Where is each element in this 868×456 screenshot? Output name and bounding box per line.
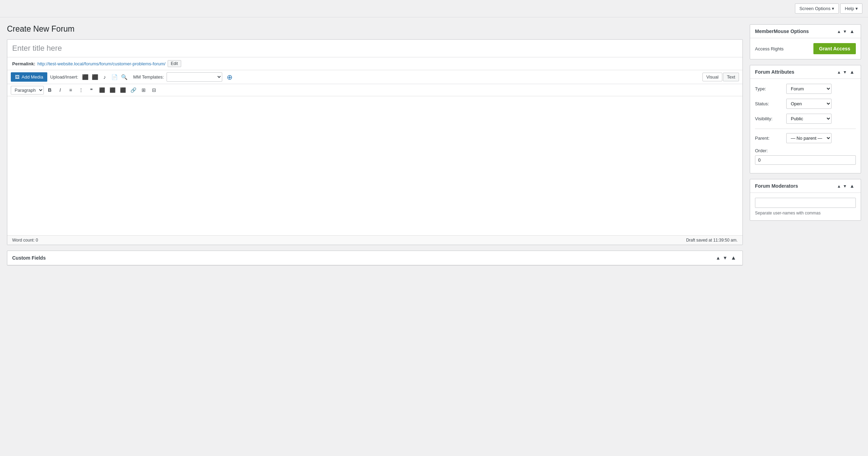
help-label: Help — [845, 6, 854, 11]
membermouse-options-box: MemberMouse Options ▴ ▾ ▲ Access Rights … — [750, 24, 861, 59]
custom-fields-close-button[interactable]: ▲ — [729, 254, 738, 261]
search-upload-icon[interactable]: 🔍 — [120, 73, 128, 81]
forum-attributes-controls: ▴ ▾ ▲ — [836, 69, 856, 75]
image-upload-icon[interactable]: ⬛ — [81, 73, 89, 81]
help-button[interactable]: Help ▾ — [840, 3, 862, 14]
forum-mod-collapse-up-button[interactable]: ▴ — [836, 183, 842, 189]
toolbar-row: 🖼 Add Media Upload/Insert: ⬛ ⬛ ♪ 📄 🔍 MM … — [7, 70, 742, 84]
word-count: Word count: 0 — [12, 238, 38, 243]
blockquote-button[interactable]: ❝ — [87, 86, 96, 95]
visual-tab[interactable]: Visual — [702, 73, 722, 81]
membermouse-options-title: MemberMouse Options — [755, 28, 836, 34]
editor-content-area[interactable] — [7, 96, 742, 235]
forum-attr-collapse-up-button[interactable]: ▴ — [836, 69, 842, 75]
membermouse-options-body: Access Rights Grant Access — [750, 38, 861, 59]
forum-mod-collapse-down-button[interactable]: ▾ — [842, 183, 847, 189]
align-center-button[interactable]: ⬛ — [108, 86, 117, 95]
forum-moderators-body: Separate user-names with commas — [750, 193, 861, 220]
align-left-button[interactable]: ⬛ — [97, 86, 106, 95]
forum-moderators-controls: ▴ ▾ ▲ — [836, 183, 856, 189]
upload-insert-label: Upload/Insert: — [50, 74, 78, 80]
insert-row-button[interactable]: ⊞ — [139, 86, 148, 95]
custom-fields-collapse-up-button[interactable]: ▴ — [715, 254, 721, 261]
post-title-input[interactable]: Customer Queries — [7, 40, 742, 57]
access-rights-row: Access Rights Grant Access — [755, 43, 856, 54]
type-select[interactable]: Forum Category Link — [786, 84, 831, 94]
forum-attributes-box: Forum Attributes ▴ ▾ ▲ Type: Forum Categ… — [750, 65, 861, 173]
add-template-icon[interactable]: ⊕ — [225, 73, 234, 82]
moderators-input[interactable] — [755, 198, 856, 208]
membermouse-collapse-down-button[interactable]: ▾ — [842, 28, 847, 34]
italic-button[interactable]: I — [56, 86, 65, 95]
membermouse-controls: ▴ ▾ ▲ — [836, 28, 856, 34]
side-column: MemberMouse Options ▴ ▾ ▲ Access Rights … — [750, 24, 861, 456]
forum-mod-close-button[interactable]: ▲ — [848, 183, 856, 189]
forum-attr-close-button[interactable]: ▲ — [848, 69, 856, 75]
status-label: Status: — [755, 101, 786, 106]
add-media-label: Add Media — [22, 74, 43, 80]
status-row: Status: Open Closed — [755, 99, 856, 109]
permalink-label: Permalink: — [12, 61, 35, 66]
custom-fields-controls: ▴ ▾ ▲ — [715, 254, 738, 261]
custom-fields-meta-box: Custom Fields ▴ ▾ ▲ — [7, 251, 743, 266]
attributes-divider — [755, 129, 856, 129]
paragraph-format-select[interactable]: Paragraph Heading 1 Heading 2 Heading 3 — [11, 86, 44, 95]
custom-fields-header[interactable]: Custom Fields ▴ ▾ ▲ — [7, 251, 742, 265]
text-tab[interactable]: Text — [723, 73, 739, 81]
forum-moderators-header: Forum Moderators ▴ ▾ ▲ — [750, 179, 861, 193]
editor-footer: Word count: 0 Draft saved at 11:39:50 am… — [7, 235, 742, 245]
mm-templates-label: MM Templates: — [133, 74, 164, 80]
membermouse-collapse-up-button[interactable]: ▴ — [836, 28, 842, 34]
gallery-upload-icon[interactable]: ⬛ — [91, 73, 99, 81]
status-select[interactable]: Open Closed — [786, 99, 831, 109]
visibility-label: Visibility: — [755, 116, 786, 121]
link-button[interactable]: 🔗 — [129, 86, 138, 95]
align-right-button[interactable]: ⬛ — [118, 86, 127, 95]
order-row: Order: — [755, 148, 856, 165]
permalink-link[interactable]: http://test-website.local/forums/forum/c… — [37, 61, 165, 66]
file-upload-icon[interactable]: 📄 — [110, 73, 119, 81]
visual-text-tabs: Visual Text — [702, 73, 739, 81]
top-bar: Screen Options ▾ Help ▾ — [0, 0, 868, 17]
parent-select[interactable]: — No parent — — [786, 133, 831, 143]
type-row: Type: Forum Category Link — [755, 84, 856, 94]
order-input[interactable] — [755, 155, 856, 165]
page-title: Create New Forum — [7, 24, 743, 34]
screen-options-label: Screen Options — [799, 6, 831, 11]
bold-button[interactable]: B — [45, 86, 54, 95]
permalink-row: Permalink: http://test-website.local/for… — [7, 57, 742, 70]
screen-options-button[interactable]: Screen Options ▾ — [795, 3, 839, 14]
membermouse-options-header: MemberMouse Options ▴ ▾ ▲ — [750, 25, 861, 38]
screen-options-chevron-icon: ▾ — [832, 6, 834, 11]
audio-upload-icon[interactable]: ♪ — [101, 73, 109, 81]
visibility-row: Visibility: Public Private Hidden — [755, 114, 856, 124]
parent-row: Parent: — No parent — — [755, 133, 856, 143]
upload-icons: ⬛ ⬛ ♪ 📄 🔍 — [81, 73, 128, 81]
draft-status: Draft saved at 11:39:50 am. — [686, 238, 738, 243]
add-media-icon: 🖼 — [15, 74, 19, 80]
access-rights-label: Access Rights — [755, 46, 783, 51]
insert-table-button[interactable]: ⊟ — [150, 86, 159, 95]
forum-attributes-body: Type: Forum Category Link Status: Open C… — [750, 79, 861, 173]
ordered-list-button[interactable]: ⋮ — [77, 86, 86, 95]
custom-fields-collapse-down-button[interactable]: ▾ — [722, 254, 728, 261]
order-label: Order: — [755, 148, 856, 153]
moderators-hint: Separate user-names with commas — [755, 211, 856, 215]
forum-attributes-title: Forum Attributes — [755, 69, 836, 75]
unordered-list-button[interactable]: ≡ — [66, 86, 75, 95]
format-bar: Paragraph Heading 1 Heading 2 Heading 3 … — [7, 84, 742, 96]
membermouse-close-button[interactable]: ▲ — [848, 28, 856, 34]
type-label: Type: — [755, 86, 786, 91]
permalink-edit-button[interactable]: Edit — [168, 60, 181, 67]
parent-label: Parent: — [755, 136, 786, 141]
forum-attr-collapse-down-button[interactable]: ▾ — [842, 69, 847, 75]
mm-templates-select[interactable] — [167, 72, 222, 82]
visibility-select[interactable]: Public Private Hidden — [786, 114, 831, 124]
forum-moderators-title: Forum Moderators — [755, 183, 836, 189]
page-wrap: Create New Forum Customer Queries Permal… — [0, 17, 868, 456]
grant-access-button[interactable]: Grant Access — [813, 43, 856, 54]
editor-box: Customer Queries Permalink: http://test-… — [7, 39, 743, 245]
add-media-button[interactable]: 🖼 Add Media — [11, 72, 47, 82]
word-count-value: 0 — [36, 238, 38, 243]
word-count-label: Word count: — [12, 238, 34, 243]
